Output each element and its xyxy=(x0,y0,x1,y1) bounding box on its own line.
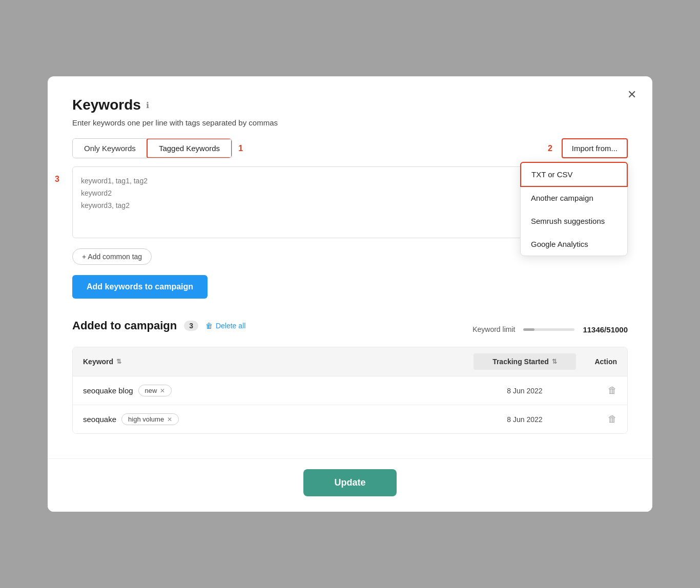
added-title-group: Added to campaign 3 🗑 Delete all xyxy=(72,319,245,332)
dropdown-item-txt[interactable]: TXT or CSV xyxy=(520,162,628,187)
keywords-table: Keyword ⇅ Tracking Started ⇅ Action seoq… xyxy=(72,347,628,434)
table-row: seoquake high volume ✕ 8 Jun 2022 🗑 xyxy=(73,405,627,433)
added-section-header: Added to campaign 3 🗑 Delete all Keyword… xyxy=(72,319,628,340)
import-dropdown: TXT or CSV Another campaign Semrush sugg… xyxy=(520,162,628,256)
delete-row-2-button[interactable]: 🗑 xyxy=(608,414,617,425)
update-button[interactable]: Update xyxy=(303,469,396,496)
tabs-row: Only Keywords Tagged Keywords 1 2 Import… xyxy=(72,138,628,158)
modal-overlay: ✕ Keywords ℹ Enter keywords one per line… xyxy=(0,0,700,588)
added-section-title: Added to campaign xyxy=(72,319,177,332)
tag-remove-2[interactable]: ✕ xyxy=(167,416,172,423)
import-wrapper: 2 Import from... TXT or CSV Another camp… xyxy=(548,138,628,158)
tag-chip-1: new ✕ xyxy=(138,385,172,396)
step3-badge: 3 xyxy=(55,175,59,184)
keyword-filter-icon[interactable]: ⇅ xyxy=(116,358,121,365)
step1-badge: 1 xyxy=(238,144,243,153)
keyword-text-1: seoquake blog xyxy=(83,386,133,395)
tab-only-keywords[interactable]: Only Keywords xyxy=(73,139,147,158)
keyword-limit-value: 11346/51000 xyxy=(583,325,628,334)
tabs-container: Only Keywords Tagged Keywords xyxy=(72,138,232,158)
keyword-limit-bar xyxy=(523,328,574,331)
td-tracking-2: 8 Jun 2022 xyxy=(473,415,576,424)
keywords-modal: ✕ Keywords ℹ Enter keywords one per line… xyxy=(48,76,652,512)
dropdown-item-analytics[interactable]: Google Analytics xyxy=(521,233,627,256)
keyword-limit-label: Keyword limit xyxy=(472,325,515,333)
td-action-1: 🗑 xyxy=(576,385,617,396)
keyword-limit-group: Keyword limit 11346/51000 xyxy=(472,325,628,334)
dropdown-item-semrush[interactable]: Semrush suggestions xyxy=(521,209,627,233)
modal-title-text: Keywords xyxy=(72,97,141,113)
td-keyword-1: seoquake blog new ✕ xyxy=(83,385,473,396)
step2-badge: 2 xyxy=(548,144,552,153)
tag-label-1: new xyxy=(145,387,157,394)
modal-subtitle: Enter keywords one per line with tags se… xyxy=(72,118,628,127)
update-btn-row: Update xyxy=(48,458,652,512)
th-tracking-label: Tracking Started xyxy=(492,358,549,366)
td-action-2: 🗑 xyxy=(576,414,617,425)
close-button[interactable]: ✕ xyxy=(624,87,640,103)
import-button[interactable]: Import from... xyxy=(562,138,628,158)
td-tracking-1: 8 Jun 2022 xyxy=(473,387,576,395)
info-icon: ℹ xyxy=(146,100,149,110)
tag-label-2: high volume xyxy=(128,415,164,423)
tab-tagged-keywords[interactable]: Tagged Keywords xyxy=(147,138,232,158)
tracking-filter-icon[interactable]: ⇅ xyxy=(552,358,557,365)
add-keywords-campaign-button[interactable]: Add keywords to campaign xyxy=(72,275,208,299)
table-row: seoquake blog new ✕ 8 Jun 2022 🗑 xyxy=(73,376,627,405)
delete-all-button[interactable]: 🗑 Delete all xyxy=(205,322,245,330)
tag-remove-1[interactable]: ✕ xyxy=(160,387,165,394)
th-keyword-label: Keyword xyxy=(83,358,113,366)
added-count-badge: 3 xyxy=(184,321,198,331)
th-action-label: Action xyxy=(594,358,617,366)
modal-content: Keywords ℹ Enter keywords one per line w… xyxy=(48,76,652,458)
tag-chip-2: high volume ✕ xyxy=(121,413,179,425)
keyword-limit-fill xyxy=(523,328,534,331)
th-action: Action xyxy=(576,358,617,366)
td-keyword-2: seoquake high volume ✕ xyxy=(83,413,473,425)
dropdown-item-campaign[interactable]: Another campaign xyxy=(521,186,627,209)
delete-all-label: Delete all xyxy=(216,322,245,330)
th-keyword: Keyword ⇅ xyxy=(83,358,473,366)
th-tracking: Tracking Started ⇅ xyxy=(473,353,576,370)
add-common-tag-button[interactable]: + Add common tag xyxy=(72,248,152,265)
table-header-row: Keyword ⇅ Tracking Started ⇅ Action xyxy=(73,347,627,376)
keyword-text-2: seoquake xyxy=(83,415,116,424)
delete-row-1-button[interactable]: 🗑 xyxy=(608,385,617,396)
modal-title-row: Keywords ℹ xyxy=(72,97,628,113)
trash-icon: 🗑 xyxy=(205,322,213,330)
